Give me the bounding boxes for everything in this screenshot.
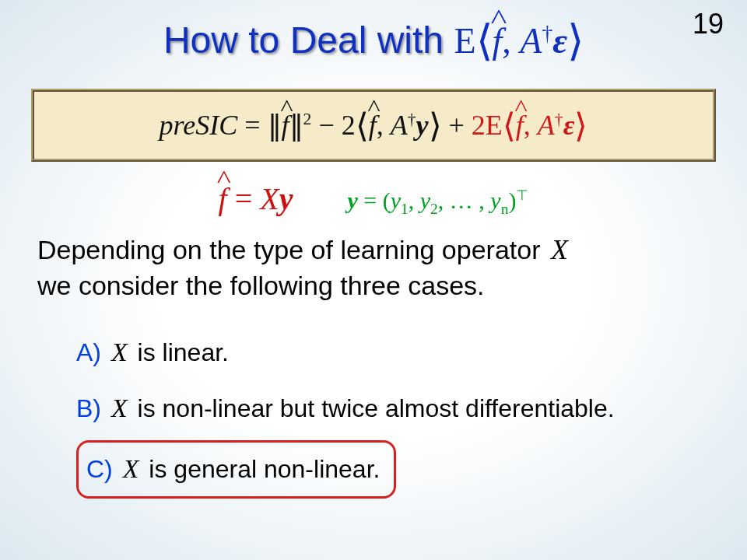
definition-line: f = Xy y = (y1, y2, … , yn)⊤: [0, 180, 747, 218]
title-text: How to Deal with: [163, 19, 454, 61]
case-a-X: X: [108, 338, 131, 366]
body-part-b: we consider the following three cases.: [37, 271, 485, 300]
formula-box: preSIC = ‖f‖2 − 2⟨f, A†y⟩ + 2E⟨f, A†ε⟩: [31, 89, 716, 162]
formula-black: preSIC = ‖f‖2 − 2⟨f, A†y⟩ +: [160, 110, 472, 141]
case-c-X: X: [120, 454, 142, 483]
body-paragraph: Depending on the type of learning operat…: [37, 232, 710, 303]
case-c-highlight: C) X is general non-linear.: [76, 440, 396, 499]
case-b-text: is non-linear but twice almost different…: [131, 394, 615, 422]
case-b-X: X: [108, 394, 131, 422]
case-b-label: B): [76, 394, 101, 422]
case-c: C) X is general non-linear.: [70, 437, 700, 502]
case-c-text: is general non-linear.: [142, 455, 380, 483]
case-list: A) X is linear. B) X is non-linear but t…: [70, 324, 700, 502]
case-a: A) X is linear.: [70, 324, 700, 381]
title-math: E⟨f, A†ε⟩: [454, 21, 584, 61]
case-a-text: is linear.: [131, 338, 229, 366]
f-hat-def: f = Xy: [219, 181, 293, 216]
page-number: 19: [693, 8, 724, 40]
slide-title: How to Deal with E⟨f, A†ε⟩: [0, 0, 747, 65]
case-a-label: A): [76, 338, 101, 366]
operator-X: X: [548, 234, 571, 265]
body-part-a: Depending on the type of learning operat…: [37, 235, 548, 264]
case-c-label: C): [86, 455, 113, 483]
y-vector-def: y = (y1, y2, … , yn)⊤: [347, 187, 528, 213]
formula-red: 2E⟨f, A†ε⟩: [472, 110, 588, 141]
case-b: B) X is non-linear but twice almost diff…: [70, 380, 700, 437]
